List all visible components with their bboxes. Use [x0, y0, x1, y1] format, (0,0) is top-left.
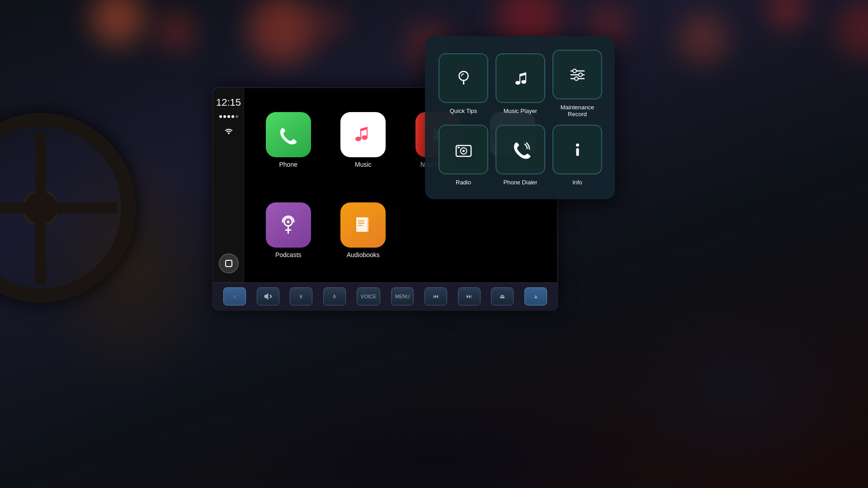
- app-phone-label: Phone: [279, 161, 297, 168]
- menu-item-radio[interactable]: Radio: [439, 125, 488, 186]
- ctrl-prev[interactable]: ⏮: [425, 287, 447, 305]
- phone-dialer-label: Phone Dialer: [503, 179, 537, 186]
- svg-point-10: [573, 69, 576, 73]
- menu-item-info[interactable]: Info: [552, 125, 602, 186]
- ctrl-menu[interactable]: MENU: [391, 287, 414, 305]
- svg-point-4: [459, 71, 468, 80]
- quick-tips-label: Quick Tips: [450, 108, 477, 114]
- app-audiobooks[interactable]: Audiobooks: [328, 188, 399, 273]
- ctrl-mute[interactable]: [257, 287, 279, 305]
- svg-point-15: [462, 150, 465, 152]
- app-phone[interactable]: Phone: [253, 97, 324, 183]
- svg-point-3: [287, 221, 290, 223]
- svg-rect-16: [458, 147, 460, 148]
- signal-strength: [219, 115, 238, 118]
- app-music-label: Music: [355, 161, 372, 168]
- app-audiobooks-label: Audiobooks: [347, 251, 380, 258]
- app-podcasts-label: Podcasts: [275, 251, 302, 258]
- ctrl-nav[interactable]: ▲: [524, 287, 547, 305]
- app-music[interactable]: Music: [328, 97, 399, 183]
- screen-controls-bar: ♪ ∨ ∧ VOICE MENU ⏮ ⏭ ⏏ ▲: [213, 282, 557, 310]
- svg-point-6: [462, 83, 464, 84]
- info-icon-box: [552, 125, 602, 174]
- menu-item-phone-dialer[interactable]: Phone Dialer: [495, 125, 545, 186]
- audiobooks-icon: [340, 202, 386, 248]
- ctrl-music[interactable]: ♪: [223, 287, 246, 305]
- music-icon: [340, 112, 386, 157]
- phone-dialer-icon-box: [495, 125, 545, 174]
- info-label: Info: [572, 179, 582, 186]
- menu-item-maintenance[interactable]: Maintenance Record: [552, 50, 602, 117]
- music-player-label: Music Player: [504, 108, 537, 114]
- app-podcasts[interactable]: Podcasts: [253, 188, 324, 273]
- radio-icon-box: [439, 125, 488, 174]
- ctrl-eject[interactable]: ⏏: [491, 287, 514, 305]
- svg-rect-18: [576, 148, 579, 156]
- overlay-menu-panel: Quick Tips Music Player: [425, 36, 615, 199]
- menu-item-quick-tips[interactable]: Quick Tips: [439, 50, 488, 117]
- screen-sidebar: 12:15: [213, 88, 244, 282]
- maintenance-icon-box: [552, 50, 602, 99]
- ctrl-voice[interactable]: VOICE: [357, 287, 380, 305]
- ctrl-next[interactable]: ⏭: [458, 287, 481, 305]
- podcasts-icon: [266, 202, 311, 248]
- maintenance-label: Maintenance Record: [552, 104, 602, 117]
- menu-grid: Quick Tips Music Player: [439, 50, 601, 186]
- svg-point-12: [575, 77, 578, 80]
- wifi-icon: [223, 125, 234, 134]
- home-button[interactable]: [219, 253, 239, 273]
- music-player-icon-box: [495, 53, 545, 103]
- ctrl-down[interactable]: ∨: [290, 287, 312, 305]
- svg-rect-0: [226, 260, 232, 267]
- menu-item-music-player[interactable]: Music Player: [495, 50, 545, 117]
- svg-point-17: [576, 143, 579, 146]
- time-display: 12:15: [216, 97, 241, 108]
- radio-label: Radio: [456, 179, 471, 186]
- svg-point-11: [579, 73, 582, 76]
- ctrl-up[interactable]: ∧: [323, 287, 346, 305]
- quick-tips-icon-box: [439, 53, 488, 103]
- phone-icon: [266, 112, 311, 157]
